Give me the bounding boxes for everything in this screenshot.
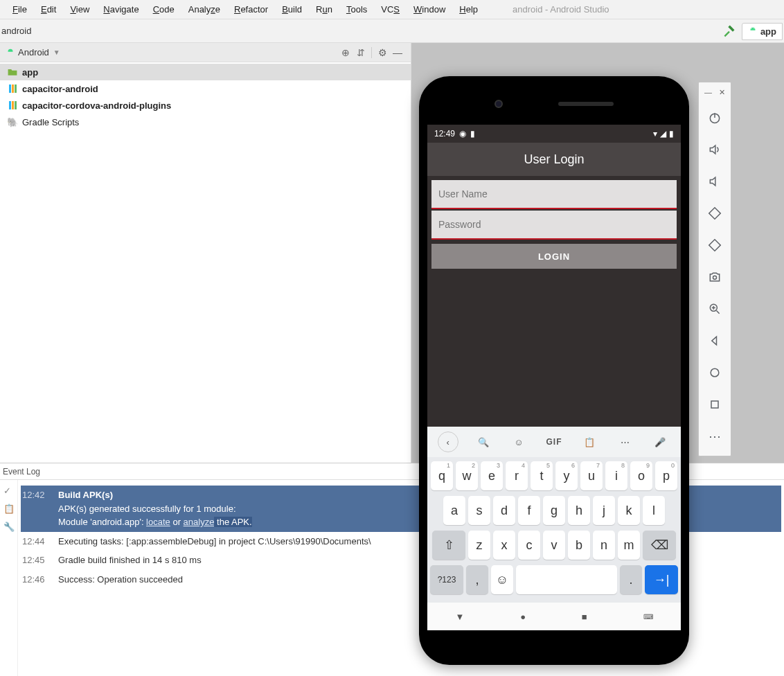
menu-refactor[interactable]: Refactor [227,3,275,16]
key-enter[interactable]: →| [645,565,678,594]
username-field[interactable] [431,180,677,209]
target-icon[interactable]: ⊕ [338,47,353,58]
tree-item[interactable]: app [0,64,411,80]
menu-analyze[interactable]: Analyze [181,3,227,16]
key-j[interactable]: j [593,496,615,525]
key-f[interactable]: f [518,496,540,525]
key-t[interactable]: t5 [531,461,553,490]
emulator-zoom-icon[interactable] [702,296,727,321]
menu-run[interactable]: Run [309,3,339,16]
key-i[interactable]: i8 [605,461,627,490]
clipboard-icon[interactable]: 📋 [3,504,15,515]
emulator-rotate-left-icon[interactable] [702,201,727,226]
android-icon [6,48,15,57]
key-l[interactable]: l [643,496,665,525]
tree-item[interactable]: capacitor-cordova-android-plugins [0,97,411,114]
chevron-down-icon[interactable]: ▼ [53,48,60,56]
menu-code[interactable]: Code [146,3,181,16]
tree-item[interactable]: capacitor-android [0,80,411,97]
nav-recent-icon[interactable]: ■ [582,612,587,622]
key-x[interactable]: x [493,531,515,560]
emulator-close-icon[interactable]: ✕ [719,88,725,97]
kb-search-icon[interactable]: 🔍 [473,432,494,452]
key-v[interactable]: v [543,531,565,560]
menu-build[interactable]: Build [275,3,309,16]
key-d[interactable]: d [493,496,515,525]
wrench-icon[interactable]: 🔧 [3,522,15,533]
key-shift[interactable]: ⇧ [432,531,465,560]
key-y[interactable]: y6 [555,461,578,490]
hide-icon[interactable]: — [390,47,405,58]
nav-keyboard-icon[interactable]: ⌨ [643,613,653,621]
key-emoji[interactable]: ☺ [491,565,513,594]
emulator-home-icon[interactable] [702,360,727,385]
project-tree[interactable]: appcapacitor-androidcapacitor-cordova-an… [0,62,411,132]
key-period[interactable]: . [620,565,642,594]
key-c[interactable]: c [518,531,540,560]
menu-vcs[interactable]: VCS [374,3,407,16]
svg-rect-5 [709,240,720,251]
status-time: 12:49 [434,129,455,139]
menu-file[interactable]: File [6,3,34,16]
tree-item[interactable]: 🐘Gradle Scripts [0,114,411,130]
tree-item-label: Gradle Scripts [22,117,79,127]
emulator-more-icon[interactable]: ⋯ [702,424,727,449]
key-backspace[interactable]: ⌫ [643,531,676,560]
emulator-volume-up-icon[interactable] [702,137,727,162]
run-config-tab[interactable]: app [742,23,783,40]
key-symbols[interactable]: ?123 [430,565,463,594]
menu-navigate[interactable]: Navigate [96,3,145,16]
menu-help[interactable]: Help [452,3,485,16]
key-e[interactable]: e3 [481,461,503,490]
nav-home-icon[interactable]: ● [520,612,526,622]
password-field[interactable] [431,211,677,240]
key-h[interactable]: h [568,496,590,525]
key-w[interactable]: w2 [456,461,478,490]
emulator-rotate-right-icon[interactable] [702,233,727,258]
key-m[interactable]: m [618,531,640,560]
nav-back-icon[interactable]: ▼ [455,612,464,622]
build-icon[interactable] [722,24,736,39]
key-u[interactable]: u7 [580,461,603,490]
key-a[interactable]: a [443,496,465,525]
kb-gif-icon[interactable]: GIF [544,432,564,452]
kb-more-icon[interactable]: ⋯ [614,432,635,452]
kb-back-icon[interactable]: ‹ [438,432,458,452]
kb-sticker-icon[interactable]: ☺ [508,432,529,452]
check-icon[interactable]: ✓ [3,486,15,497]
key-b[interactable]: b [568,531,590,560]
speaker-icon [558,102,614,106]
project-view-selector[interactable]: Android [18,47,49,57]
emulator-power-icon[interactable] [702,105,727,130]
key-o[interactable]: o9 [630,461,652,490]
gear-icon[interactable]: ⚙ [375,47,390,58]
kb-clipboard-icon[interactable]: 📋 [579,432,600,452]
collapse-icon[interactable]: ⇵ [353,47,368,58]
kb-mic-icon[interactable]: 🎤 [650,432,670,452]
key-s[interactable]: s [468,496,490,525]
key-r[interactable]: r4 [506,461,528,490]
menu-tools[interactable]: Tools [339,3,374,16]
emulator-volume-down-icon[interactable] [702,169,727,194]
menu-window[interactable]: Window [407,3,452,16]
login-button[interactable]: LOGIN [431,244,677,269]
key-p[interactable]: p0 [655,461,677,490]
breadcrumb-item[interactable]: android [1,26,31,36]
emulator-back-icon[interactable] [702,328,727,353]
key-k[interactable]: k [618,496,640,525]
key-z[interactable]: z [468,531,490,560]
key-g[interactable]: g [543,496,565,525]
emulator-overview-icon[interactable] [702,392,727,417]
key-q[interactable]: q1 [431,461,453,490]
run-config-label: app [760,26,776,37]
emulator-minimize-icon[interactable]: — [704,88,712,97]
menu-edit[interactable]: Edit [34,3,63,16]
key-comma[interactable]: , [466,565,488,594]
tree-item-label: capacitor-cordova-android-plugins [22,100,171,111]
battery-icon: ▮ [669,129,674,139]
key-space[interactable] [516,565,617,594]
emulator-camera-icon[interactable] [702,265,727,290]
svg-point-1 [754,28,754,29]
menu-view[interactable]: View [63,3,96,16]
key-n[interactable]: n [593,531,615,560]
